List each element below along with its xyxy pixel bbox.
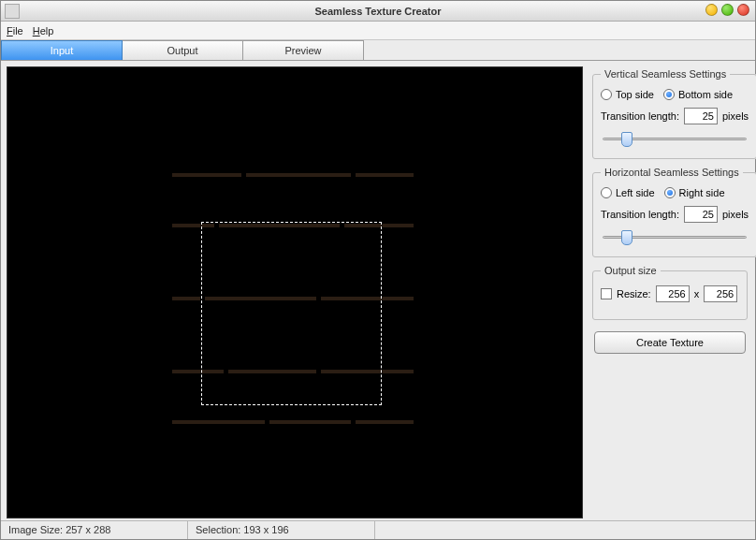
radio-bottom-side[interactable]: Bottom side	[663, 89, 733, 100]
side-panel: Vertical Seamless Settings Top side Bott…	[589, 61, 755, 520]
close-icon[interactable]	[737, 4, 749, 16]
image-canvas[interactable]	[7, 66, 583, 518]
vertical-legend: Vertical Seamless Settings	[601, 68, 730, 80]
resize-x-label: x	[694, 288, 700, 299]
horizontal-settings-group: Horizontal Seamless Settings Left side R…	[592, 167, 756, 257]
tab-output[interactable]: Output	[122, 40, 243, 60]
canvas-area	[1, 61, 589, 520]
horizontal-trans-label: Transition length:	[601, 209, 679, 220]
horizontal-legend: Horizontal Seamless Settings	[601, 167, 743, 178]
vertical-pixels-label: pixels	[722, 110, 749, 122]
output-size-group: Output size Resize: x	[592, 265, 748, 320]
content: Vertical Seamless Settings Top side Bott…	[1, 61, 755, 520]
slider-thumb-icon[interactable]	[621, 132, 632, 147]
vertical-trans-input[interactable]	[684, 108, 718, 124]
vertical-trans-label: Transition length:	[601, 110, 679, 122]
window-title: Seamless Texture Creator	[1, 6, 755, 17]
resize-checkbox[interactable]	[601, 288, 612, 299]
titlebar: Seamless Texture Creator	[1, 1, 755, 22]
maximize-icon[interactable]	[721, 4, 734, 16]
output-size-legend: Output size	[601, 265, 661, 276]
status-image-size: Image Size: 257 x 288	[1, 521, 188, 539]
selection-marquee[interactable]	[201, 222, 382, 405]
resize-height-input[interactable]	[704, 285, 737, 302]
minimize-icon[interactable]	[705, 4, 718, 16]
status-selection: Selection: 193 x 196	[188, 521, 375, 539]
tab-preview[interactable]: Preview	[242, 40, 364, 60]
create-texture-button[interactable]: Create Texture	[594, 331, 746, 354]
menubar: File Help	[1, 22, 755, 40]
radio-top-side[interactable]: Top side	[601, 89, 654, 100]
radio-right-side[interactable]: Right side	[664, 187, 725, 198]
horizontal-trans-slider[interactable]	[601, 228, 749, 245]
horizontal-trans-input[interactable]	[684, 206, 718, 223]
slider-thumb-icon[interactable]	[621, 230, 632, 245]
vertical-settings-group: Vertical Seamless Settings Top side Bott…	[592, 68, 756, 159]
vertical-trans-slider[interactable]	[601, 130, 749, 147]
resize-width-input[interactable]	[656, 285, 690, 302]
resize-label: Resize:	[617, 288, 651, 299]
horizontal-pixels-label: pixels	[722, 209, 749, 220]
statusbar: Image Size: 257 x 288 Selection: 193 x 1…	[1, 520, 755, 539]
app-window: Seamless Texture Creator File Help Input…	[0, 0, 756, 540]
menu-file[interactable]: File	[7, 25, 23, 36]
tab-input[interactable]: Input	[1, 40, 123, 60]
tabstrip: Input Output Preview	[1, 40, 755, 61]
menu-help[interactable]: Help	[33, 25, 54, 36]
window-controls	[705, 4, 749, 16]
radio-left-side[interactable]: Left side	[601, 187, 655, 198]
